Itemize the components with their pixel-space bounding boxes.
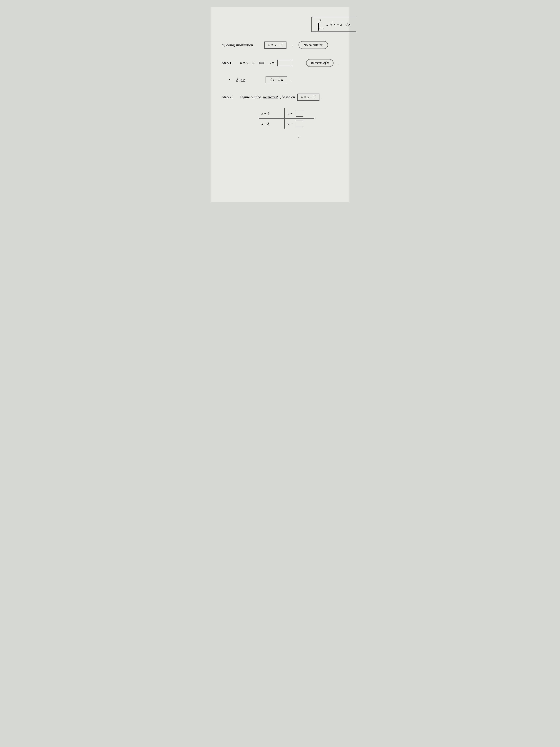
main-page: ∫ 4 x=3 x √ x − 3 d x by doing substitut… [211, 7, 349, 202]
sqrt-content: x − 3 [333, 22, 343, 27]
x4-label: x = 4 [262, 111, 269, 115]
bullet-point: • [229, 78, 230, 82]
in-terms-text: in terms of u [311, 61, 329, 65]
step2-formula: u = x − 3 [301, 95, 315, 99]
substitution-formula: u = x − 3 [268, 43, 283, 47]
step2-text-after: , based on [280, 95, 295, 99]
u4-label: u = [287, 111, 293, 115]
no-calculator-text: No calculator. [303, 43, 323, 47]
step2-row: Step 2. Figure out the u-interval , base… [222, 94, 338, 101]
dot-after-formula: . [292, 43, 293, 47]
x3-label: x = 3 [262, 122, 269, 126]
table-cell-x4: x = 4 [259, 108, 285, 119]
step1-label: Step 1. [222, 61, 237, 65]
integrand-x: x [326, 22, 328, 27]
step2-content: Figure out the u-interval , based on u =… [240, 94, 323, 101]
agree-formula-box: d x = d u [266, 76, 287, 83]
u-interval-label: u-interval [263, 95, 278, 99]
step2-label: Step 2. [222, 95, 237, 99]
u4-answer-box[interactable] [296, 110, 303, 117]
sqrt-symbol: √ [330, 22, 332, 27]
u3-answer-box[interactable] [296, 120, 303, 127]
page-number: 3 [259, 134, 338, 138]
in-terms-box: in terms of u [306, 59, 334, 67]
agree-row: • Agree d x = d u . [229, 76, 338, 83]
step1-dot: . [337, 60, 338, 66]
no-calculator-box: No calculator. [298, 41, 328, 49]
agree-label: Agree [236, 78, 251, 82]
agree-dot: . [291, 77, 292, 82]
step1-x-equals: x = [269, 61, 274, 65]
by-doing-label: by doing substitution [222, 43, 259, 47]
step1-equation-left: u = x − 3 [240, 61, 254, 65]
step2-formula-box: u = x − 3 [297, 94, 319, 101]
step1-answer-box[interactable] [277, 60, 292, 66]
step1-row: Step 1. u = x − 3 ⟺ x = in terms of u . [222, 59, 338, 67]
values-table: x = 4 u = x = 3 u = [259, 108, 338, 129]
step1-content: u = x − 3 ⟺ x = [240, 60, 302, 66]
agree-formula: d x = d u [270, 78, 283, 82]
substitution-formula-box: u = x − 3 [264, 42, 287, 49]
substitution-row: by doing substitution u = x − 3 . No cal… [222, 41, 338, 49]
page-number-value: 3 [298, 134, 299, 138]
table-cell-u3: u = [285, 119, 314, 129]
step2-text-before: Figure out the [240, 95, 261, 99]
step2-dot: . [322, 95, 323, 100]
integral-expression-box: ∫ 4 x=3 x √ x − 3 d x [311, 17, 356, 32]
u3-label: u = [287, 122, 293, 126]
table-cell-u4: u = [285, 108, 314, 119]
step1-double-arrow: ⟺ [259, 60, 265, 66]
dx-symbol: d x [346, 22, 350, 27]
table-cell-x3: x = 3 [259, 119, 285, 129]
